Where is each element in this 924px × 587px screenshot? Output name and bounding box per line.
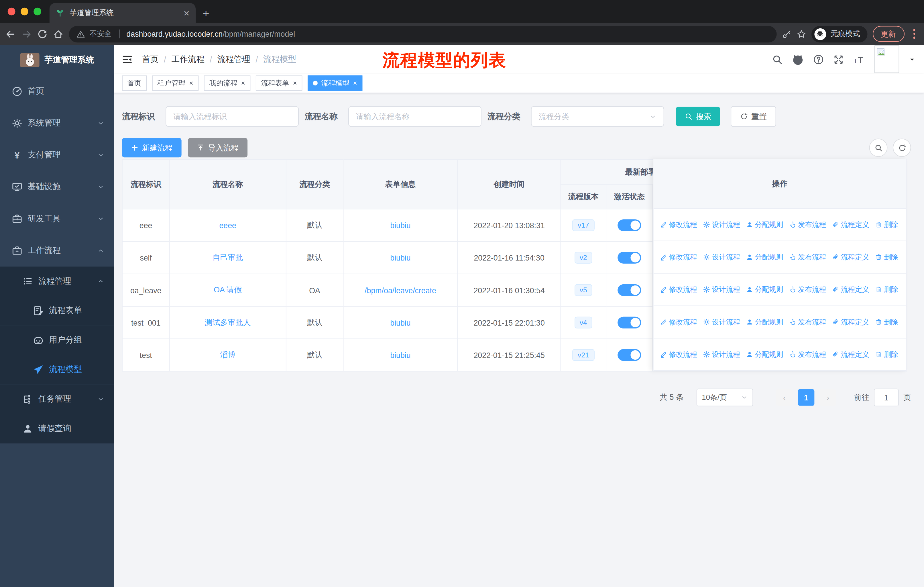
close-tag-icon[interactable]: × — [189, 80, 193, 87]
page-jump-input[interactable]: 1 — [874, 389, 899, 407]
address-bar[interactable]: 不安全 dashboard.yudao.iocoder.cn/bpm/manag… — [69, 25, 777, 42]
close-tag-icon[interactable]: × — [241, 80, 245, 87]
sidebar-collapse-icon[interactable] — [122, 54, 133, 64]
sidebar-logo-row[interactable]: 芋道管理系统 — [0, 45, 114, 75]
action-流程定义[interactable]: 流程定义 — [832, 220, 869, 230]
active-toggle[interactable] — [617, 349, 641, 361]
action-流程定义[interactable]: 流程定义 — [832, 252, 869, 262]
breadcrumb-item[interactable]: 流程模型 — [263, 54, 296, 64]
process-name-link[interactable]: OA 请假 — [214, 286, 242, 294]
action-发布流程[interactable]: 发布流程 — [789, 349, 826, 359]
process-name-link[interactable]: 滔博 — [220, 350, 235, 359]
github-icon[interactable] — [792, 53, 804, 65]
action-分配规则[interactable]: 分配规则 — [746, 317, 784, 327]
process-name-input[interactable]: 请输入流程名称 — [348, 106, 482, 127]
action-分配规则[interactable]: 分配规则 — [746, 220, 784, 230]
tag-流程模型[interactable]: 流程模型× — [308, 75, 362, 91]
home-icon[interactable] — [53, 29, 64, 39]
tag-首页[interactable]: 首页 — [122, 75, 147, 91]
sidebar-item-devtools[interactable]: 研发工具 — [0, 203, 114, 235]
action-发布流程[interactable]: 发布流程 — [789, 317, 826, 327]
sidebar-item-infra[interactable]: 基础设施 — [0, 171, 114, 203]
sidebar-item-user-group[interactable]: 用户分组 — [0, 326, 114, 355]
sidebar-item-home[interactable]: 首页 — [0, 75, 114, 107]
reload-icon[interactable] — [37, 29, 48, 39]
sidebar-item-payment[interactable]: ¥支付管理 — [0, 139, 114, 171]
browser-menu-icon[interactable] — [913, 29, 915, 39]
action-分配规则[interactable]: 分配规则 — [746, 252, 784, 262]
next-page-button[interactable]: › — [820, 389, 837, 406]
show-search-button[interactable] — [869, 139, 888, 157]
sidebar-item-system[interactable]: 系统管理 — [0, 107, 114, 139]
breadcrumb-item[interactable]: 流程管理 — [218, 54, 250, 64]
action-分配规则[interactable]: 分配规则 — [746, 349, 784, 359]
tag-租户管理[interactable]: 租户管理× — [152, 75, 199, 91]
close-tag-icon[interactable]: × — [293, 80, 297, 87]
tag-我的流程[interactable]: 我的流程× — [204, 75, 251, 91]
action-设计流程[interactable]: 设计流程 — [703, 252, 740, 262]
action-修改流程[interactable]: 修改流程 — [660, 317, 697, 327]
action-修改流程[interactable]: 修改流程 — [660, 284, 697, 294]
bookmark-star-icon[interactable] — [797, 29, 806, 39]
create-process-button[interactable]: 新建流程 — [122, 138, 182, 157]
process-id-input[interactable]: 请输入流程标识 — [165, 106, 299, 127]
import-process-button[interactable]: 导入流程 — [188, 138, 248, 157]
current-page-button[interactable]: 1 — [798, 389, 815, 406]
action-删除[interactable]: 删除 — [875, 349, 898, 359]
page-size-select[interactable]: 10条/页 — [696, 389, 753, 407]
search-button[interactable]: 搜索 — [676, 107, 720, 126]
font-size-icon[interactable]: TT — [853, 53, 865, 65]
sidebar-item-process-manage[interactable]: 流程管理 — [0, 266, 114, 296]
prev-page-button[interactable]: ‹ — [776, 389, 793, 406]
action-删除[interactable]: 删除 — [875, 252, 898, 262]
active-toggle[interactable] — [617, 317, 641, 329]
reset-button[interactable]: 重置 — [731, 106, 776, 127]
form-link[interactable]: biubiu — [390, 253, 411, 262]
browser-update-button[interactable]: 更新 — [873, 26, 904, 42]
close-window-button[interactable] — [8, 8, 15, 15]
action-发布流程[interactable]: 发布流程 — [789, 220, 826, 230]
form-link[interactable]: biubiu — [390, 351, 411, 359]
action-发布流程[interactable]: 发布流程 — [789, 252, 826, 262]
close-tag-icon[interactable]: × — [353, 80, 357, 87]
zoom-window-button[interactable] — [33, 8, 41, 15]
action-删除[interactable]: 删除 — [875, 284, 898, 294]
action-发布流程[interactable]: 发布流程 — [789, 284, 826, 294]
action-设计流程[interactable]: 设计流程 — [703, 220, 740, 230]
sidebar-item-leave-query[interactable]: 请假查询 — [0, 414, 114, 443]
process-name-link[interactable]: 自己审批 — [213, 253, 243, 262]
breadcrumb-item[interactable]: 首页 — [142, 54, 159, 64]
sidebar-item-process-model[interactable]: 流程模型 — [0, 355, 114, 385]
minimize-window-button[interactable] — [21, 8, 28, 15]
breadcrumb-item[interactable]: 工作流程 — [171, 54, 204, 64]
tag-流程表单[interactable]: 流程表单× — [256, 75, 302, 91]
process-category-select[interactable]: 流程分类 — [531, 106, 664, 127]
sidebar-item-task-manage[interactable]: 任务管理 — [0, 384, 114, 414]
version-badge[interactable]: v17 — [572, 219, 594, 231]
action-设计流程[interactable]: 设计流程 — [703, 317, 740, 327]
form-link[interactable]: /bpm/oa/leave/create — [365, 286, 436, 294]
version-badge[interactable]: v2 — [574, 252, 592, 264]
help-icon[interactable] — [813, 54, 824, 64]
active-toggle[interactable] — [617, 284, 641, 296]
sidebar-item-process-form[interactable]: 流程表单 — [0, 296, 114, 326]
action-流程定义[interactable]: 流程定义 — [832, 349, 869, 359]
action-删除[interactable]: 删除 — [875, 220, 898, 230]
action-设计流程[interactable]: 设计流程 — [703, 284, 740, 294]
browser-tab[interactable]: 芋道管理系统 ✕ — [50, 3, 196, 23]
version-badge[interactable]: v5 — [574, 284, 592, 296]
tab-close-icon[interactable]: ✕ — [183, 9, 190, 17]
version-badge[interactable]: v21 — [572, 349, 594, 361]
form-link[interactable]: biubiu — [390, 318, 411, 327]
password-key-icon[interactable] — [782, 29, 791, 39]
chevron-down-icon[interactable] — [909, 56, 916, 63]
action-修改流程[interactable]: 修改流程 — [660, 252, 697, 262]
refresh-table-button[interactable] — [893, 139, 911, 157]
process-name-link[interactable]: eeee — [219, 221, 236, 230]
process-name-link[interactable]: 测试多审批人 — [205, 318, 251, 327]
action-修改流程[interactable]: 修改流程 — [660, 349, 697, 359]
action-删除[interactable]: 删除 — [875, 317, 898, 327]
search-icon[interactable] — [772, 54, 782, 64]
action-流程定义[interactable]: 流程定义 — [832, 284, 869, 294]
version-badge[interactable]: v4 — [574, 317, 592, 329]
